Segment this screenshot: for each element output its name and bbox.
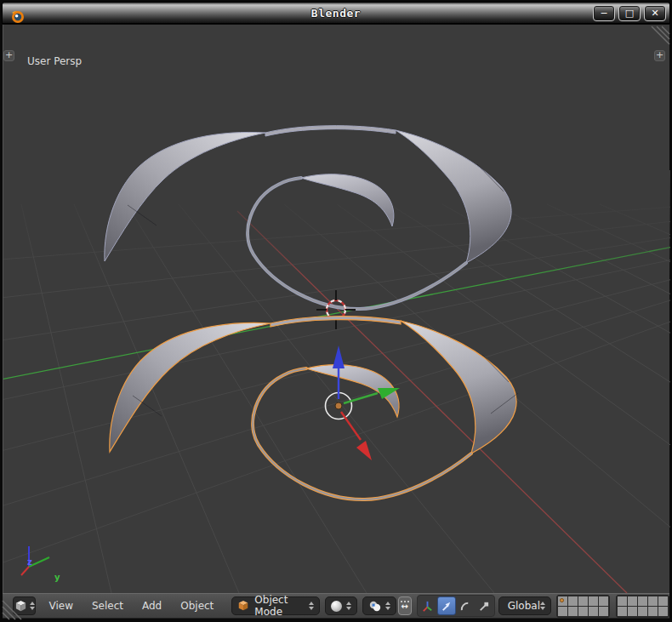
- orange-cube-icon: [237, 600, 249, 612]
- orientation-dropdown[interactable]: Global: [498, 596, 551, 615]
- sphere-icon: [331, 601, 342, 612]
- layer-cell[interactable]: [658, 607, 668, 616]
- menu-select[interactable]: Select: [83, 594, 133, 618]
- shading-dropdown[interactable]: [325, 596, 357, 615]
- window-title: Blender: [3, 7, 669, 20]
- menu-object[interactable]: Object: [171, 594, 223, 618]
- menu-view[interactable]: View: [39, 594, 82, 618]
- area-corner-grip-bottomleft[interactable]: [2, 599, 24, 621]
- layer-cell[interactable]: [628, 607, 637, 616]
- layer-cell[interactable]: [648, 607, 658, 616]
- gizmo-rotate-button[interactable]: [456, 596, 475, 615]
- layer-cell[interactable]: [589, 607, 598, 616]
- axis-tripod-icon: [421, 600, 434, 613]
- translate-arrow-icon: [440, 600, 453, 613]
- minimize-button[interactable]: ─: [593, 5, 615, 21]
- cursor-3d[interactable]: [316, 290, 356, 329]
- mode-dropdown-value: Object Mode: [254, 594, 303, 618]
- layer-cell[interactable]: [638, 596, 647, 606]
- viewport-3d-scene[interactable]: [3, 25, 670, 593]
- menu-add[interactable]: Add: [133, 594, 171, 618]
- layer-cell[interactable]: [578, 596, 588, 606]
- area-corner-grip-topright[interactable]: [652, 26, 669, 44]
- header-menus: View Select Add Object: [39, 594, 223, 618]
- transform-manipulator[interactable]: [326, 345, 401, 460]
- dropdown-arrows-icon: [309, 602, 314, 610]
- layer-buttons-group2: [616, 595, 669, 618]
- layer-cell[interactable]: [599, 596, 608, 606]
- viewport-3d-area[interactable]: User Persp (1) NurbsCurve z y x: [3, 25, 669, 593]
- layer-cell[interactable]: [638, 607, 647, 616]
- layer-cell[interactable]: [568, 596, 578, 606]
- pivot-dropdown[interactable]: [362, 596, 396, 615]
- dropdown-arrows-icon: [385, 602, 390, 610]
- orientation-dropdown-value: Global: [504, 600, 540, 612]
- manipulator-type-group: [417, 595, 495, 617]
- rotate-arc-icon: [458, 600, 471, 613]
- object-origin-dot: [335, 402, 342, 409]
- dropdown-arrows-icon: [30, 602, 35, 610]
- dropdown-arrows-icon: [346, 602, 351, 610]
- close-button[interactable]: ✕: [644, 5, 666, 21]
- blender-window: Blender ─ □ ✕: [0, 0, 672, 622]
- viewport-header: View Select Add Object Object Mode: [3, 593, 669, 619]
- title-bar[interactable]: Blender ─ □ ✕: [2, 2, 670, 24]
- layer-cell[interactable]: [578, 607, 588, 616]
- layer-cell[interactable]: [628, 596, 637, 606]
- gizmo-scale-button[interactable]: [475, 596, 493, 615]
- layer-cell-active[interactable]: [558, 596, 567, 606]
- layer-cell[interactable]: [648, 596, 658, 606]
- pivot-point-icon: [368, 600, 382, 613]
- scale-handle-icon: [477, 600, 490, 613]
- layer-cell[interactable]: [558, 607, 567, 616]
- layer-cell[interactable]: [568, 607, 578, 616]
- expand-properties-button[interactable]: +: [654, 50, 665, 61]
- expand-toolshelf-button[interactable]: +: [3, 50, 14, 61]
- mode-dropdown[interactable]: Object Mode: [231, 596, 319, 615]
- layer-cell[interactable]: [618, 596, 627, 606]
- gizmo-translate-button[interactable]: [437, 596, 456, 615]
- layer-cell[interactable]: [599, 607, 608, 616]
- dropdown-arrows-icon: [540, 602, 545, 610]
- maximize-button[interactable]: □: [618, 5, 641, 21]
- layer-cell[interactable]: [658, 596, 668, 606]
- gizmo-axis-button[interactable]: [419, 596, 437, 615]
- layer-cell[interactable]: [618, 607, 627, 616]
- layer-buttons-group1: [556, 595, 610, 618]
- manipulator-toggle-button[interactable]: ↔: [398, 596, 412, 615]
- layer-cell[interactable]: [589, 596, 598, 606]
